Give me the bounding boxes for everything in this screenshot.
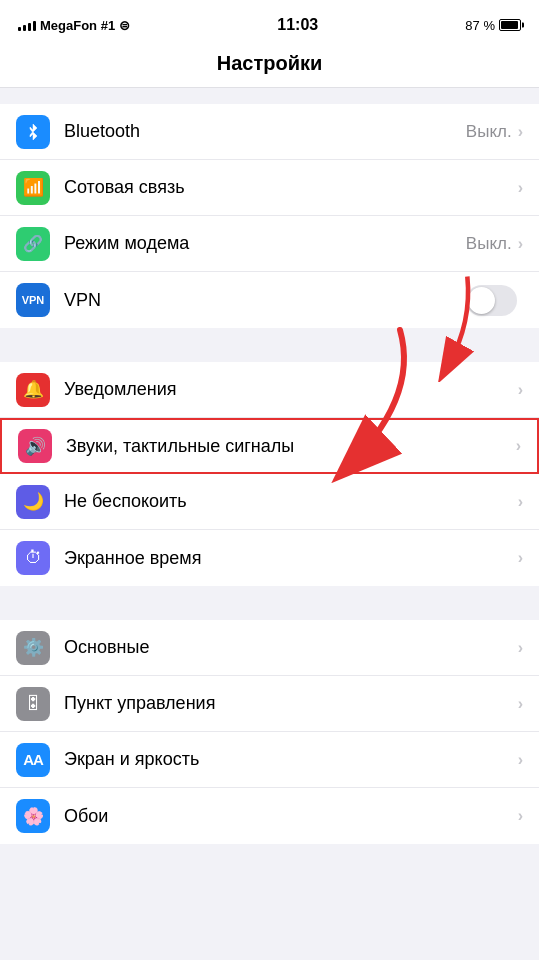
carrier-signal: MegaFon #1 ⊜ bbox=[18, 18, 130, 33]
row-controlcenter[interactable]: 🎛 Пункт управления › bbox=[0, 676, 539, 732]
dnd-chevron: › bbox=[518, 493, 523, 511]
status-bar: MegaFon #1 ⊜ 11:03 87 % bbox=[0, 0, 539, 44]
bluetooth-icon bbox=[23, 122, 43, 142]
hotspot-icon-wrap: 🔗 bbox=[16, 227, 50, 261]
general-label: Основные bbox=[64, 637, 518, 658]
notifications-icon-wrap: 🔔 bbox=[16, 373, 50, 407]
dnd-icon: 🌙 bbox=[23, 491, 44, 512]
vpn-label: VPN bbox=[64, 290, 466, 311]
hotspot-value: Выкл. bbox=[466, 234, 512, 254]
bluetooth-chevron: › bbox=[518, 123, 523, 141]
general-icon-wrap: ⚙️ bbox=[16, 631, 50, 665]
cellular-label: Сотовая связь bbox=[64, 177, 518, 198]
dnd-label: Не беспокоить bbox=[64, 491, 518, 512]
general-chevron: › bbox=[518, 639, 523, 657]
screentime-icon: ⏱ bbox=[25, 548, 42, 568]
signal-bars bbox=[18, 19, 36, 31]
battery-icon bbox=[499, 19, 521, 31]
status-time: 11:03 bbox=[277, 16, 318, 34]
dnd-icon-wrap: 🌙 bbox=[16, 485, 50, 519]
sounds-icon-wrap: 🔊 bbox=[18, 429, 52, 463]
notifications-icon: 🔔 bbox=[23, 379, 44, 400]
bluetooth-value: Выкл. bbox=[466, 122, 512, 142]
nav-bar: Настройки bbox=[0, 44, 539, 88]
settings-group-3: ⚙️ Основные › 🎛 Пункт управления › AA Эк… bbox=[0, 620, 539, 844]
wallpaper-icon: 🌸 bbox=[23, 806, 44, 827]
section-gap-1 bbox=[0, 88, 539, 104]
wifi-icon: ⊜ bbox=[119, 18, 130, 33]
settings-group-2: 🔔 Уведомления › 🔊 Звуки, тактильные сигн… bbox=[0, 362, 539, 586]
bluetooth-label: Bluetooth bbox=[64, 121, 466, 142]
row-wallpaper[interactable]: 🌸 Обои › bbox=[0, 788, 539, 844]
screentime-label: Экранное время bbox=[64, 548, 518, 569]
row-dnd[interactable]: 🌙 Не беспокоить › bbox=[0, 474, 539, 530]
row-screentime[interactable]: ⏱ Экранное время › bbox=[0, 530, 539, 586]
row-cellular[interactable]: 📶 Сотовая связь › bbox=[0, 160, 539, 216]
row-bluetooth[interactable]: Bluetooth Выкл. › bbox=[0, 104, 539, 160]
sounds-chevron: › bbox=[516, 437, 521, 455]
row-sounds[interactable]: 🔊 Звуки, тактильные сигналы › bbox=[0, 418, 539, 474]
controlcenter-icon: 🎛 bbox=[25, 694, 42, 714]
wallpaper-label: Обои bbox=[64, 806, 518, 827]
vpn-icon: vpn bbox=[22, 294, 45, 306]
sounds-icon: 🔊 bbox=[25, 436, 46, 457]
wallpaper-icon-wrap: 🌸 bbox=[16, 799, 50, 833]
wallpaper-chevron: › bbox=[518, 807, 523, 825]
bluetooth-icon-wrap bbox=[16, 115, 50, 149]
display-label: Экран и яркость bbox=[64, 749, 518, 770]
controlcenter-icon-wrap: 🎛 bbox=[16, 687, 50, 721]
carrier-name: MegaFon #1 bbox=[40, 18, 115, 33]
battery-percent: 87 % bbox=[465, 18, 495, 33]
general-icon: ⚙️ bbox=[23, 637, 44, 658]
controlcenter-label: Пункт управления bbox=[64, 693, 518, 714]
row-hotspot[interactable]: 🔗 Режим модема Выкл. › bbox=[0, 216, 539, 272]
controlcenter-chevron: › bbox=[518, 695, 523, 713]
screentime-icon-wrap: ⏱ bbox=[16, 541, 50, 575]
battery-status: 87 % bbox=[465, 18, 521, 33]
sounds-label: Звуки, тактильные сигналы bbox=[66, 436, 516, 457]
hotspot-chevron: › bbox=[518, 235, 523, 253]
section-gap-3 bbox=[0, 586, 539, 620]
notifications-label: Уведомления bbox=[64, 379, 518, 400]
row-general[interactable]: ⚙️ Основные › bbox=[0, 620, 539, 676]
cellular-icon: 📶 bbox=[23, 177, 44, 198]
display-icon-wrap: AA bbox=[16, 743, 50, 777]
cellular-icon-wrap: 📶 bbox=[16, 171, 50, 205]
cellular-chevron: › bbox=[518, 179, 523, 197]
display-icon: AA bbox=[23, 751, 43, 768]
vpn-icon-wrap: vpn bbox=[16, 283, 50, 317]
hotspot-icon: 🔗 bbox=[23, 234, 43, 253]
notifications-chevron: › bbox=[518, 381, 523, 399]
display-chevron: › bbox=[518, 751, 523, 769]
screentime-chevron: › bbox=[518, 549, 523, 567]
page-title: Настройки bbox=[0, 52, 539, 75]
hotspot-label: Режим модема bbox=[64, 233, 466, 254]
row-display[interactable]: AA Экран и яркость › bbox=[0, 732, 539, 788]
